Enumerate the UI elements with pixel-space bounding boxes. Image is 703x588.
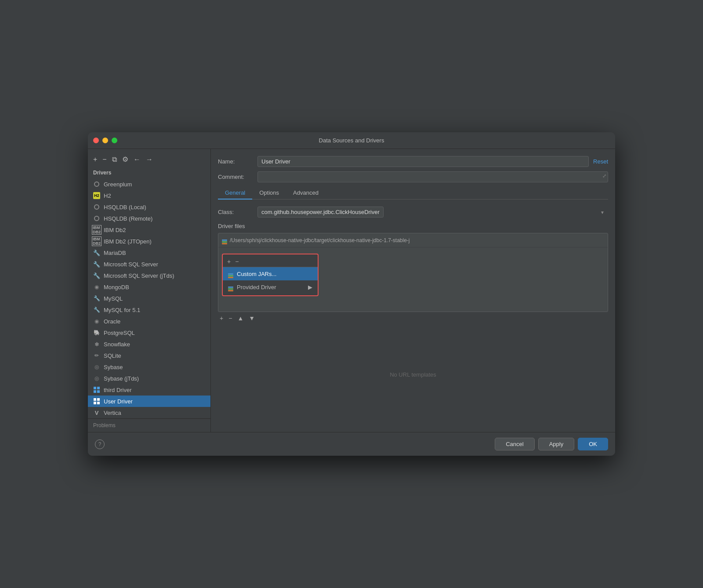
drivers-section-label: Drivers — [88, 168, 210, 178]
comment-input[interactable] — [257, 171, 608, 182]
ibm-db2-icon: IBM DB2 — [93, 226, 100, 233]
sidebar-item-mssql-jtds[interactable]: 🔧 Microsoft SQL Server (jTds) — [88, 270, 210, 281]
sidebar-item-mongodb[interactable]: ◉ MongoDB — [88, 281, 210, 293]
sidebar-item-label: HSQLDB (Remote) — [104, 215, 152, 222]
right-panel: Name: Reset Comment: ⤢ General Options — [211, 149, 615, 432]
sidebar-item-sqlite[interactable]: ✏ SQLite — [88, 350, 210, 361]
maximize-button[interactable] — [112, 138, 117, 143]
sidebar-item-user-driver[interactable]: User Driver — [88, 396, 210, 407]
class-row: Class: com.github.housepower.jdbc.ClickH… — [218, 207, 608, 218]
hsqldb-remote-icon — [93, 215, 100, 222]
user-driver-icon — [93, 398, 100, 405]
minimize-button[interactable] — [102, 138, 108, 143]
sidebar-item-hsqldb-local[interactable]: HSQLDB (Local) — [88, 201, 210, 213]
sqlite-icon: ✏ — [93, 352, 100, 359]
url-templates-area: No URL templates — [218, 324, 608, 425]
oracle-icon: ◉ — [93, 318, 100, 325]
tab-options[interactable]: Options — [252, 187, 286, 200]
move-up-button[interactable]: ▲ — [236, 314, 245, 323]
back-button[interactable]: ← — [132, 155, 142, 164]
sidebar-item-ibm-db2-jtopen[interactable]: IBM DB2 IBM Db2 (JTOpen) — [88, 236, 210, 247]
main-window: Data Sources and Drivers + − ⧉ ⚙ ← → Dri… — [88, 132, 615, 456]
cancel-button[interactable]: Cancel — [495, 438, 534, 450]
sidebar-item-sybase-jtds[interactable]: ◎ Sybase (jTds) — [88, 373, 210, 384]
sidebar-item-mysql-51[interactable]: 🔧 MySQL for 5.1 — [88, 304, 210, 316]
sidebar-item-snowflake[interactable]: ❄ Snowflake — [88, 338, 210, 350]
forward-button[interactable]: → — [144, 155, 155, 164]
add-file-button[interactable]: + — [218, 314, 225, 323]
copy-driver-button[interactable]: ⧉ — [110, 155, 119, 164]
custom-jars-item[interactable]: Custom JARs... — [223, 267, 318, 280]
provided-driver-item[interactable]: Provided Driver ▶ — [223, 280, 318, 294]
sidebar-item-label: Vertica — [104, 410, 121, 416]
traffic-lights — [93, 138, 117, 143]
third-driver-icon — [93, 386, 100, 393]
dropdown-toolbar: + − — [223, 256, 318, 267]
sidebar-item-greenplum[interactable]: Greenplum — [88, 178, 210, 190]
tab-advanced[interactable]: Advanced — [286, 187, 326, 200]
expand-icon[interactable]: ⤢ — [602, 173, 606, 179]
sidebar-item-label: Sybase (jTds) — [104, 375, 139, 382]
sidebar-item-label: IBM Db2 — [104, 227, 126, 233]
apply-button[interactable]: Apply — [538, 438, 575, 450]
sidebar-item-mssql[interactable]: 🔧 Microsoft SQL Server — [88, 258, 210, 270]
submenu-arrow-icon: ▶ — [308, 284, 312, 290]
sidebar-item-label: IBM Db2 (JTOpen) — [104, 238, 152, 245]
mssql-jtds-icon: 🔧 — [93, 272, 100, 279]
sidebar-item-oracle[interactable]: ◉ Oracle — [88, 316, 210, 327]
sidebar-item-mysql[interactable]: 🔧 MySQL — [88, 293, 210, 304]
class-label: Class: — [218, 209, 257, 215]
jar-icon — [222, 236, 227, 244]
postgresql-icon: 🐘 — [93, 329, 100, 336]
class-select-wrapper: com.github.housepower.jdbc.ClickHouseDri… — [257, 207, 608, 218]
mongodb-icon: ◉ — [93, 283, 100, 290]
sidebar: + − ⧉ ⚙ ← → Drivers Greenplum H2 H2 — [88, 149, 211, 432]
tab-general[interactable]: General — [218, 187, 252, 200]
reset-button[interactable]: Reset — [593, 158, 608, 165]
action-buttons: Cancel Apply OK — [495, 438, 608, 450]
sidebar-item-third-driver[interactable]: third Driver — [88, 384, 210, 396]
no-url-templates-label: No URL templates — [390, 371, 436, 378]
vertica-icon: V — [93, 409, 100, 416]
name-input[interactable] — [257, 156, 589, 167]
driver-files-title: Driver files — [218, 223, 608, 229]
class-select[interactable]: com.github.housepower.jdbc.ClickHouseDri… — [257, 207, 384, 218]
ok-button[interactable]: OK — [578, 438, 608, 450]
svg-rect-0 — [94, 387, 96, 389]
remove-file-button[interactable]: − — [227, 314, 234, 323]
sidebar-item-h2[interactable]: H2 H2 — [88, 190, 210, 201]
sidebar-item-postgresql[interactable]: 🐘 PostgreSQL — [88, 327, 210, 338]
sidebar-item-label: Snowflake — [104, 341, 130, 348]
hsqldb-local-icon — [93, 203, 100, 211]
move-down-button[interactable]: ▼ — [247, 314, 257, 323]
file-actions: + − ▲ ▼ — [218, 312, 608, 324]
mysql-51-icon: 🔧 — [93, 306, 100, 313]
svg-rect-6 — [94, 402, 96, 404]
sidebar-item-ibm-db2[interactable]: IBM DB2 IBM Db2 — [88, 224, 210, 236]
dropdown-add-button[interactable]: + — [226, 258, 232, 265]
sidebar-item-vertica[interactable]: V Vertica — [88, 407, 210, 418]
sidebar-item-label: MongoDB — [104, 284, 129, 290]
sidebar-item-label: Greenplum — [104, 181, 132, 188]
chevron-down-icon: ▼ — [600, 210, 605, 214]
sidebar-item-label: SQLite — [104, 352, 121, 359]
mssql-icon: 🔧 — [93, 261, 100, 268]
settings-button[interactable]: ⚙ — [120, 154, 130, 164]
mariadb-icon: 🔧 — [93, 249, 100, 256]
remove-driver-button[interactable]: − — [101, 155, 108, 164]
sidebar-item-hsqldb-remote[interactable]: HSQLDB (Remote) — [88, 213, 210, 224]
sybase-icon: ◎ — [93, 363, 100, 370]
title-bar: Data Sources and Drivers — [88, 132, 615, 149]
add-driver-button[interactable]: + — [91, 155, 99, 164]
main-content: + − ⧉ ⚙ ← → Drivers Greenplum H2 H2 — [88, 149, 615, 432]
sidebar-item-label: Microsoft SQL Server — [104, 261, 158, 268]
sidebar-item-sybase[interactable]: ◎ Sybase — [88, 361, 210, 373]
sidebar-item-label: Microsoft SQL Server (jTds) — [104, 272, 174, 279]
dropdown-remove-button[interactable]: − — [234, 258, 239, 265]
sidebar-toolbar: + − ⧉ ⚙ ← → — [88, 152, 210, 168]
help-button[interactable]: ? — [95, 439, 105, 449]
svg-rect-1 — [97, 387, 100, 389]
driver-files-box: /Users/sph/sj/clickhouse-native-jdbc/tar… — [218, 233, 608, 312]
close-button[interactable] — [93, 138, 99, 143]
sidebar-item-mariadb[interactable]: 🔧 MariaDB — [88, 247, 210, 258]
